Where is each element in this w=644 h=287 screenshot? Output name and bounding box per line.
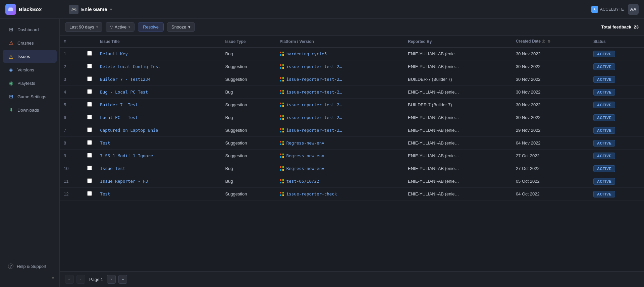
row-num: 5 [60, 99, 83, 111]
row-status: ACTIVE [589, 48, 644, 60]
row-num: 3 [60, 73, 83, 86]
row-checkbox-cell [83, 124, 96, 137]
row-title[interactable]: Captured On Laptop Enie [96, 124, 221, 137]
row-checkbox-cell [83, 175, 96, 188]
platform-link[interactable]: test-05/10/22 [286, 179, 319, 184]
platform-link[interactable]: issue-reporter-check [286, 191, 337, 196]
header-right: A ACCELBYTE AA [591, 4, 639, 15]
issue-title-link[interactable]: 7 SS 1 Modif 1 Ignore [100, 153, 153, 158]
issue-title-link[interactable]: Bug - Local PC Test [100, 90, 148, 95]
row-checkbox[interactable] [87, 89, 92, 94]
resolve-button[interactable]: Resolve [138, 22, 164, 32]
sidebar-item-help[interactable]: ? Help & Support [3, 260, 57, 272]
row-checkbox[interactable] [87, 76, 92, 81]
issue-title-link[interactable]: Test [100, 140, 110, 146]
status-filter-chevron-icon: ▾ [128, 25, 130, 29]
status-filter-button[interactable]: ▽ Active ▾ [106, 22, 135, 32]
row-title[interactable]: Bug - Local PC Test [96, 86, 221, 99]
sidebar-collapse-button[interactable]: « [0, 273, 59, 283]
platform-link[interactable]: issue-reporter-test-2… [286, 64, 342, 69]
row-title[interactable]: Local PC - Test [96, 111, 221, 124]
row-platform: Regress-new-env [276, 137, 404, 150]
date-filter-chevron-icon: ▾ [96, 25, 98, 29]
platform-link[interactable]: issue-reporter-test-2… [286, 90, 342, 95]
platform-link[interactable]: Regress-new-env [286, 166, 324, 171]
pagination-next-button[interactable]: › [107, 275, 116, 284]
sidebar-item-game-settings[interactable]: ⊟ Game Settings [3, 90, 57, 103]
filter-sort-icon[interactable]: ⇅ [548, 40, 550, 43]
table-row: 2Delete Local Config TestSuggestionissue… [60, 60, 644, 73]
row-checkbox[interactable] [87, 153, 92, 158]
issue-title-link[interactable]: Builder 7 - Test1234 [100, 77, 151, 82]
row-type: Suggestion [221, 137, 275, 150]
platform-link[interactable]: issue-reporter-test-2… [286, 128, 342, 133]
row-title[interactable]: Delete Local Config Test [96, 60, 221, 73]
status-badge: ACTIVE [593, 127, 615, 134]
row-checkbox[interactable] [87, 166, 92, 170]
sidebar-item-downloads[interactable]: ⬇ Downloads [3, 104, 57, 116]
sidebar-item-playtests[interactable]: ◉ Playtests [3, 77, 57, 90]
col-num: # [60, 36, 83, 48]
pagination-last-button[interactable]: » [118, 275, 127, 284]
table-row: 7Captured On Laptop EnieSuggestionissue-… [60, 124, 644, 137]
windows-icon [280, 154, 284, 158]
row-title[interactable]: Test [96, 188, 221, 200]
game-selector[interactable]: 🎮 Enie Game ▾ [69, 5, 112, 14]
row-title[interactable]: Builder 7 -Test [96, 99, 221, 111]
issue-title-link[interactable]: Delete Local Config Test [100, 64, 161, 69]
row-created-date: 05 Oct 2022 [512, 175, 589, 188]
platform-link[interactable]: Regress-new-env [286, 153, 324, 158]
row-created-date: 27 Oct 2022 [512, 150, 589, 162]
date-filter-button[interactable]: Last 90 days ▾ [65, 22, 102, 32]
pagination-first-button[interactable]: « [65, 275, 74, 284]
platform-link[interactable]: Regress-new-env [286, 140, 324, 146]
issues-icon: △ [8, 53, 14, 59]
sidebar-item-label: Help & Support [17, 264, 46, 269]
platform-link[interactable]: issue-reporter-test-2… [286, 77, 342, 82]
row-title[interactable]: Builder 7 - Test1234 [96, 73, 221, 86]
issue-title-link[interactable]: Issue Test [100, 166, 125, 171]
row-title[interactable]: Issue Test [96, 162, 221, 175]
sidebar-item-issues[interactable]: △ Issues [3, 50, 57, 63]
row-status: ACTIVE [589, 175, 644, 188]
sidebar-item-versions[interactable]: ◈ Versions [3, 63, 57, 76]
platform-link[interactable]: issue-reporter-test-2… [286, 102, 342, 107]
issue-title-link[interactable]: Test [100, 191, 110, 196]
issue-title-link[interactable]: Captured On Laptop Enie [100, 128, 158, 133]
row-checkbox[interactable] [87, 127, 92, 132]
accelbyte-logo: A [591, 6, 598, 13]
row-title[interactable]: Default Key [96, 48, 221, 60]
row-checkbox[interactable] [87, 102, 92, 107]
row-checkbox[interactable] [87, 191, 92, 196]
row-checkbox[interactable] [87, 115, 92, 119]
row-type: Bug [221, 111, 275, 124]
svg-rect-2 [8, 8, 13, 11]
row-title[interactable]: 7 SS 1 Modif 1 Ignore [96, 150, 221, 162]
issue-title-link[interactable]: Issue Reporter - F3 [100, 179, 148, 184]
platform-link[interactable]: issue-reporter-test-2… [286, 115, 342, 120]
sidebar-item-dashboard[interactable]: ⊞ Dashboard [3, 23, 57, 36]
row-checkbox[interactable] [87, 140, 92, 145]
issue-title-link[interactable]: Default Key [100, 51, 128, 56]
sidebar-item-label: Playtests [17, 81, 35, 86]
row-checkbox[interactable] [87, 178, 92, 183]
row-status: ACTIVE [589, 188, 644, 200]
row-title[interactable]: Issue Reporter - F3 [96, 175, 221, 188]
status-badge: ACTIVE [593, 178, 615, 185]
platform-link[interactable]: hardening-cycle5 [286, 51, 327, 56]
windows-icon [280, 192, 284, 196]
row-checkbox-cell [83, 111, 96, 124]
content-area: Last 90 days ▾ ▽ Active ▾ Resolve Snooze… [60, 19, 644, 287]
row-title[interactable]: Test [96, 137, 221, 150]
sidebar-item-crashes[interactable]: ⚠ Crashes [3, 37, 57, 49]
row-reported-by: ENIE-YULIANI-AB (enie… [404, 137, 512, 150]
playtests-icon: ◉ [8, 80, 14, 86]
row-checkbox[interactable] [87, 64, 92, 68]
pagination-prev-button[interactable]: ‹ [76, 275, 85, 284]
user-avatar[interactable]: AA [628, 4, 639, 15]
issue-title-link[interactable]: Local PC - Test [100, 115, 138, 120]
row-checkbox[interactable] [87, 51, 92, 56]
issue-title-link[interactable]: Builder 7 -Test [100, 102, 138, 107]
snooze-button[interactable]: Snooze ▾ [167, 22, 195, 32]
accelbyte-badge: A ACCELBYTE [591, 6, 624, 13]
